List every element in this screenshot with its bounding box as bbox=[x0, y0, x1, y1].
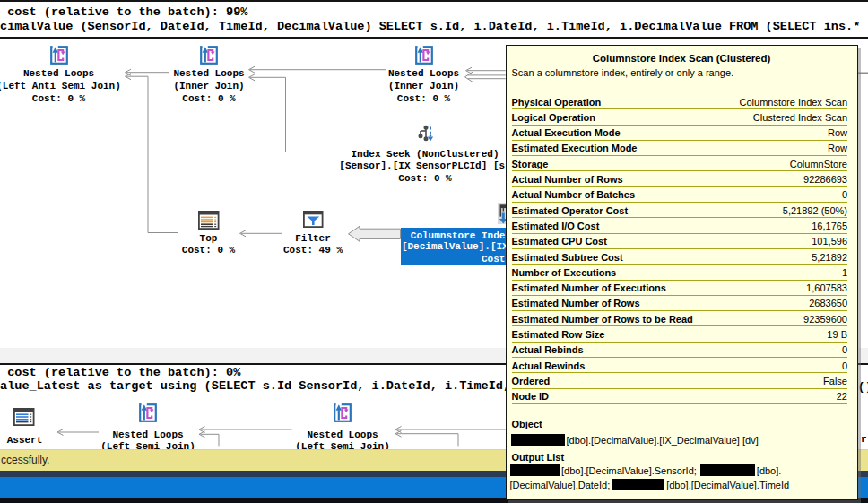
tooltip-property-row: Estimated Number of Rows2683650 bbox=[512, 296, 848, 311]
nested-loops-icon[interactable] bbox=[139, 403, 157, 422]
tooltip-property-row: Node ID22 bbox=[512, 389, 848, 404]
tooltip-property-label: Actual Rebinds bbox=[512, 344, 584, 355]
filter-icon[interactable] bbox=[303, 211, 324, 228]
tooltip-property-row: Estimated Subtree Cost5,21892 bbox=[512, 249, 848, 265]
tooltip-property-value: 92286693 bbox=[803, 174, 847, 185]
tooltip-property-value: 22 bbox=[837, 391, 847, 402]
tooltip-property-value: 101,596 bbox=[812, 236, 847, 247]
tooltip-property-label: Estimated Number of Rows bbox=[512, 298, 640, 308]
tooltip-property-value: False bbox=[823, 376, 847, 386]
plan-node-label: Nested Loops bbox=[190, 429, 495, 440]
tooltip-property-row: Estimated Row Size19 B bbox=[512, 326, 848, 342]
tooltip-title: Columnstore Index Scan (Clustered) bbox=[507, 53, 857, 64]
operator-tooltip: Columnstore Index Scan (Clustered) Scan … bbox=[506, 45, 858, 500]
tooltip-property-label: Node ID bbox=[512, 391, 550, 402]
tooltip-description: Scan a columnstore index, entirely or on… bbox=[512, 67, 734, 78]
tooltip-property-row: Estimated Number of Executions1,607583 bbox=[512, 281, 848, 296]
tooltip-property-row: Estimated Execution ModeRow bbox=[512, 141, 848, 156]
tooltip-properties-table: Physical OperationColumnstore Index Scan… bbox=[512, 94, 848, 404]
plan-node-label: Cost: 49 % bbox=[161, 245, 465, 256]
tooltip-output-list-line2: [DecimalValue].DateId;[dbo].[DecimalValu… bbox=[510, 479, 790, 490]
tooltip-property-row: Actual Execution ModeRow bbox=[512, 126, 848, 141]
tooltip-property-label: Logical Operation bbox=[512, 112, 596, 123]
redaction-box bbox=[612, 479, 664, 490]
tooltip-property-row: Physical OperationColumnstore Index Scan bbox=[512, 94, 848, 109]
tooltip-property-label: Ordered bbox=[512, 376, 551, 386]
tooltip-property-value: 92359600 bbox=[803, 314, 847, 325]
tooltip-output-text: [dbo].[DecimalValue].TimeId bbox=[666, 480, 789, 490]
tooltip-property-row: Actual Rewinds0 bbox=[512, 358, 848, 373]
nested-loops-icon[interactable] bbox=[200, 45, 218, 65]
tooltip-property-row: Logical OperationClustered Index Scan bbox=[512, 109, 848, 125]
assert-icon[interactable] bbox=[13, 408, 35, 426]
tooltip-property-label: Actual Execution Mode bbox=[512, 127, 621, 138]
tooltip-property-value: Clustered Index Scan bbox=[753, 112, 847, 123]
tooltip-property-value: 0 bbox=[842, 360, 847, 371]
tooltip-property-value: 1,607583 bbox=[806, 282, 847, 293]
tooltip-property-row: Estimated CPU Cost101,596 bbox=[512, 234, 848, 249]
tooltip-property-row: Estimated Operator Cost5,21892 (50%) bbox=[512, 203, 848, 218]
tooltip-property-row: OrderedFalse bbox=[512, 373, 848, 388]
tooltip-property-value: 0 bbox=[842, 344, 847, 355]
tooltip-property-row: Actual Number of Rows92286693 bbox=[512, 171, 848, 186]
tooltip-property-label: Actual Number of Batches bbox=[512, 189, 636, 200]
tooltip-output-list-heading: Output List bbox=[512, 452, 565, 463]
tooltip-property-label: Estimated Number of Executions bbox=[512, 282, 666, 293]
nested-loops-icon[interactable] bbox=[50, 45, 68, 65]
tooltip-property-row: StorageColumnStore bbox=[512, 156, 848, 171]
status-message-text: ccessfully. bbox=[1, 454, 49, 466]
tooltip-property-value: 1 bbox=[842, 267, 847, 278]
tooltip-property-value: 5,21892 bbox=[812, 252, 847, 263]
tooltip-property-label: Estimated I/O Cost bbox=[512, 221, 600, 231]
tooltip-property-value: Row bbox=[828, 127, 847, 138]
tooltip-property-row: Actual Rebinds0 bbox=[512, 343, 848, 358]
nested-loops-icon[interactable] bbox=[415, 45, 433, 65]
tooltip-property-label: Number of Executions bbox=[512, 267, 617, 278]
tooltip-property-label: Storage bbox=[512, 159, 549, 169]
tooltip-property-value: Row bbox=[828, 143, 847, 153]
tooltip-property-row: Number of Executions1 bbox=[512, 265, 848, 280]
tooltip-property-value: 2683650 bbox=[809, 298, 847, 308]
tooltip-property-row: Estimated Number of Rows to be Read92359… bbox=[512, 311, 848, 326]
tooltip-output-list-line1: [dbo].[DecimalValue].SensorId;[dbo]. bbox=[510, 464, 782, 476]
nested-loops-icon[interactable] bbox=[334, 403, 352, 422]
redaction-box bbox=[510, 464, 560, 476]
tooltip-property-label: Estimated Subtree Cost bbox=[512, 252, 623, 263]
redaction-box bbox=[700, 464, 755, 476]
execution-plan-window: cost (relative to the batch): 99% cimalV… bbox=[0, 0, 868, 503]
tooltip-object-heading: Object bbox=[512, 419, 542, 429]
tooltip-property-label: Estimated Execution Mode bbox=[512, 143, 638, 153]
tooltip-property-value: 0 bbox=[842, 189, 847, 200]
tooltip-property-label: Actual Rewinds bbox=[512, 360, 586, 371]
tooltip-property-row: Actual Number of Batches0 bbox=[512, 187, 848, 203]
tooltip-object-value: [dbo].[DecimalValue].[IX_DecimalValue] [… bbox=[511, 434, 759, 446]
plan-node-label: Filter bbox=[161, 233, 465, 244]
tooltip-property-value: 5,21892 (50%) bbox=[783, 205, 847, 216]
tooltip-property-label: Actual Number of Rows bbox=[512, 174, 623, 185]
tooltip-property-value: 16,1765 bbox=[812, 221, 847, 231]
index-seek-icon[interactable] bbox=[417, 125, 434, 144]
redaction-box bbox=[511, 434, 565, 446]
tooltip-property-value: Columnstore Index Scan bbox=[740, 97, 847, 108]
plan-label-clipped-fragment: r bbox=[861, 434, 867, 445]
tooltip-property-row: Estimated I/O Cost16,1765 bbox=[512, 218, 848, 233]
tooltip-property-label: Estimated Number of Rows to be Read bbox=[512, 314, 693, 325]
tooltip-output-text: [DecimalValue].DateId; bbox=[510, 480, 611, 490]
tooltip-object-text: [dbo].[DecimalValue].[IX_DecimalValue] [… bbox=[567, 435, 759, 446]
tooltip-property-label: Physical Operation bbox=[512, 97, 602, 108]
tooltip-property-label: Estimated Row Size bbox=[512, 329, 605, 340]
query2-sql-clipped-fragment: () bbox=[858, 380, 868, 394]
tooltip-property-value: 19 B bbox=[827, 329, 847, 340]
tooltip-output-text: [dbo]. bbox=[757, 465, 782, 476]
tooltip-property-label: Estimated Operator Cost bbox=[512, 205, 629, 216]
tooltip-property-label: Estimated CPU Cost bbox=[512, 236, 607, 247]
top-icon[interactable] bbox=[198, 211, 220, 230]
tooltip-output-text: [dbo].[DecimalValue].SensorId; bbox=[561, 465, 697, 476]
tooltip-property-value: ColumnStore bbox=[790, 159, 847, 169]
